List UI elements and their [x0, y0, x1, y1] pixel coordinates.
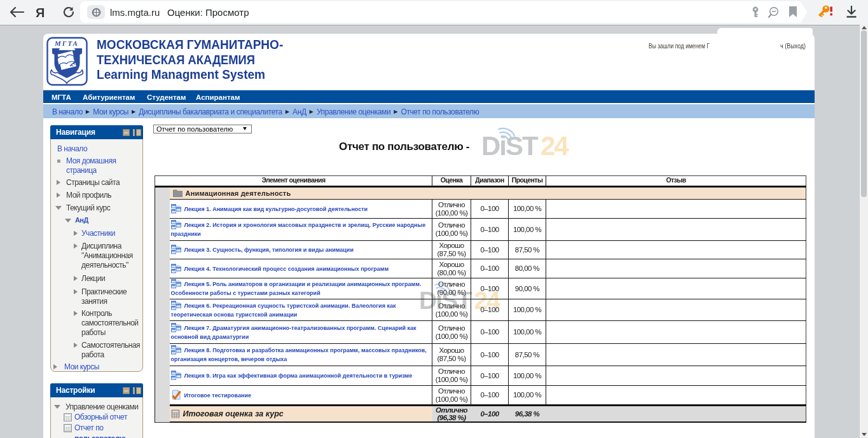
- svg-text:DiST: DiST: [419, 287, 472, 313]
- svg-text:DiST: DiST: [481, 131, 539, 159]
- svg-text:24: 24: [541, 131, 569, 159]
- svg-text:МГТА: МГТА: [54, 39, 79, 47]
- svg-text:24: 24: [474, 287, 500, 313]
